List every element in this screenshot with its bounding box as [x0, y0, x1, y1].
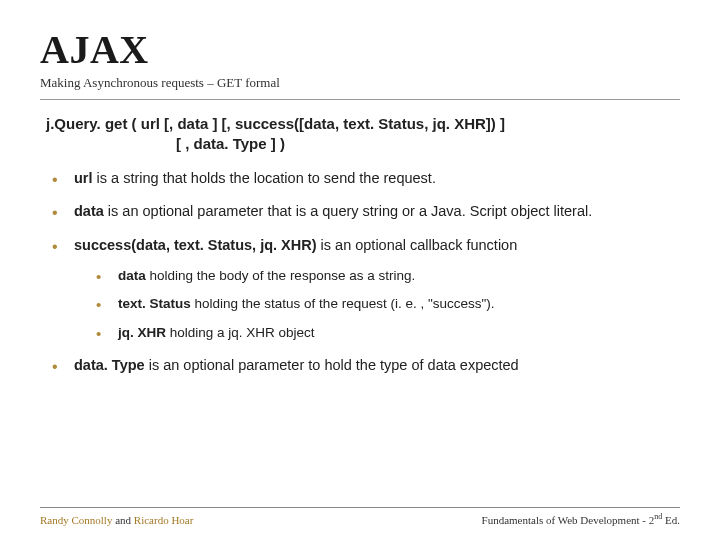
signature-line1: j.Query. get ( url [, data ] [, success(…: [46, 115, 505, 132]
term-datatype: data. Type: [74, 357, 145, 373]
term-sub-jqxhr: jq. XHR: [118, 325, 166, 340]
list-item: data is an optional parameter that is a …: [46, 202, 680, 222]
term-sub-status: text. Status: [118, 296, 191, 311]
text: holding the status of the request (i. e.…: [191, 296, 495, 311]
term-url: url: [74, 170, 93, 186]
list-item: data holding the body of the response as…: [90, 267, 680, 285]
author2: Ricardo Hoar: [134, 514, 194, 526]
function-signature: j.Query. get ( url [, data ] [, success(…: [40, 114, 680, 155]
page-title: AJAX: [40, 26, 680, 73]
term-data: data: [74, 203, 104, 219]
text: is a string that holds the location to s…: [93, 170, 436, 186]
footer: Randy Connolly and Ricardo Hoar Fundamen…: [40, 507, 680, 526]
text: holding the body of the response as a st…: [146, 268, 415, 283]
list-item: url is a string that holds the location …: [46, 169, 680, 189]
bullet-list: url is a string that holds the location …: [40, 169, 680, 376]
book-post: Ed.: [662, 514, 680, 526]
signature-line2: [ , data. Type ] ): [46, 134, 674, 154]
text: is an optional callback function: [317, 237, 518, 253]
and: and: [112, 514, 133, 526]
footer-book: Fundamentals of Web Development - 2nd Ed…: [482, 512, 680, 526]
term-success: success(data, text. Status, jq. XHR): [74, 237, 317, 253]
footer-row: Randy Connolly and Ricardo Hoar Fundamen…: [40, 512, 680, 526]
sub-list: data holding the body of the response as…: [74, 267, 680, 342]
footer-divider: [40, 507, 680, 508]
footer-authors: Randy Connolly and Ricardo Hoar: [40, 514, 193, 526]
list-item: success(data, text. Status, jq. XHR) is …: [46, 236, 680, 342]
list-item: text. Status holding the status of the r…: [90, 295, 680, 313]
text: is an optional parameter to hold the typ…: [145, 357, 519, 373]
page-subtitle: Making Asynchronous requests – GET forma…: [40, 75, 680, 91]
slide: AJAX Making Asynchronous requests – GET …: [0, 0, 720, 540]
text: is an optional parameter that is a query…: [104, 203, 592, 219]
author1: Randy Connolly: [40, 514, 112, 526]
list-item: jq. XHR holding a jq. XHR object: [90, 324, 680, 342]
book-pre: Fundamentals of Web Development - 2: [482, 514, 655, 526]
list-item: data. Type is an optional parameter to h…: [46, 356, 680, 376]
term-sub-data: data: [118, 268, 146, 283]
divider: [40, 99, 680, 100]
text: holding a jq. XHR object: [166, 325, 315, 340]
